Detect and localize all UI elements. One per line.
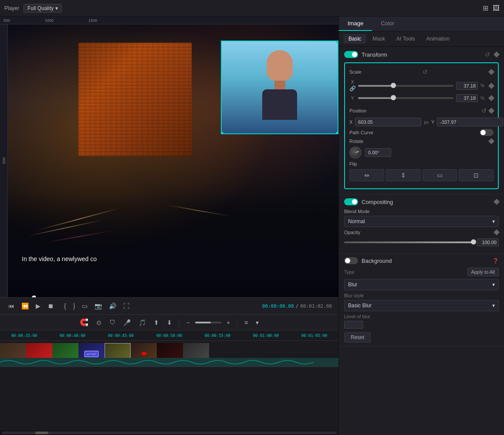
mic-button[interactable]: 🎤 — [121, 317, 133, 328]
scale-x-input[interactable] — [456, 82, 478, 90]
h-scrollbar[interactable] — [0, 431, 338, 435]
compositing-toggle[interactable] — [344, 198, 358, 205]
video-overlay[interactable] — [221, 41, 338, 134]
playback-controls: ⏮ ⏪ ▶ ⏹ { } ▭ 📷 🔊 ⛶ 00:00:00.00 / 00:01:… — [0, 297, 338, 315]
scale-y-input[interactable] — [456, 94, 478, 102]
skip-back-button[interactable]: ⏮ — [7, 302, 16, 310]
resize-handle-bl[interactable] — [221, 132, 223, 134]
flip-horizontal-button[interactable]: ⇔ — [349, 169, 384, 181]
video-ruler: 500 1000 1500 — [0, 17, 338, 24]
video-track-row[interactable]: aPWR ❤ — [0, 341, 338, 367]
opacity-thumb[interactable] — [471, 239, 476, 245]
tab-mask[interactable]: Mask — [367, 34, 390, 44]
magnetic-button[interactable]: 🧲 — [77, 316, 91, 328]
import-button[interactable]: ⬆ — [151, 317, 162, 328]
resize-handle-tr[interactable] — [336, 41, 338, 43]
blur-style-value: Basic Blur — [348, 302, 372, 309]
scrollbar-thumb[interactable] — [35, 432, 48, 434]
rotate-dial[interactable] — [349, 146, 362, 159]
resize-handle-br[interactable] — [336, 132, 338, 134]
scale-x-slider[interactable] — [358, 85, 453, 87]
tab-ai-tools[interactable]: AI Tools — [391, 34, 420, 44]
overlay-person-scene — [222, 41, 338, 133]
scale-reset-btn[interactable]: ↺ — [422, 68, 429, 76]
grid-view-icon[interactable]: ⊞ — [483, 4, 488, 12]
fullscreen-button[interactable]: ⛶ — [122, 302, 131, 310]
position-diamond[interactable] — [488, 108, 494, 114]
position-header: Position ↺ — [349, 106, 494, 115]
stop-button[interactable]: ⏹ — [46, 302, 55, 310]
scale-y-thumb[interactable] — [391, 95, 396, 100]
play-button[interactable]: ▶ — [34, 302, 42, 310]
scale-y-diamond[interactable] — [488, 95, 494, 101]
mark-out-button[interactable]: } — [71, 302, 77, 310]
transform-toggle[interactable] — [344, 51, 358, 58]
transform-reset-icon[interactable]: ↺ — [484, 50, 491, 59]
flip-crop-button[interactable]: ⊡ — [459, 169, 494, 181]
image-icon[interactable]: 🖼 — [493, 4, 500, 12]
audio-button[interactable]: 🔊 — [107, 302, 118, 310]
rotate-input[interactable] — [365, 148, 391, 157]
compositing-title: Compositing — [362, 199, 491, 205]
scale-y-slider[interactable] — [358, 97, 453, 99]
razor-button[interactable]: ⊙ — [94, 317, 104, 328]
blend-mode-select[interactable]: Normal ▾ — [344, 216, 499, 227]
scale-header: Scale ↺ — [349, 68, 494, 76]
tab-image[interactable]: Image — [339, 17, 372, 31]
frame-back-button[interactable]: ⏪ — [20, 302, 30, 310]
ruler-v-500: 500 — [2, 157, 6, 164]
scale-x-diamond[interactable] — [488, 82, 494, 88]
transform-title: Transform — [362, 51, 480, 58]
opacity-slider[interactable] — [344, 241, 474, 243]
background-blur-select[interactable]: Blur ▾ — [344, 279, 499, 290]
blur-level-input[interactable] — [344, 321, 363, 329]
list-view-button[interactable]: ≡ — [242, 317, 250, 328]
more-button[interactable]: ▾ — [253, 317, 261, 328]
path-curve-toggle[interactable] — [480, 129, 494, 136]
compositing-diamond[interactable] — [494, 199, 500, 205]
rotate-diamond[interactable] — [488, 138, 494, 144]
opacity-diamond[interactable] — [494, 229, 500, 235]
blur-style-chevron: ▾ — [492, 302, 495, 309]
position-x-input[interactable] — [355, 118, 421, 126]
scale-y-unit: % — [480, 96, 487, 101]
lock-icon[interactable]: 🔗 — [349, 85, 356, 92]
camera-button[interactable]: 📷 — [93, 302, 104, 310]
video-preview[interactable]: In the video, a newlywed co — [0, 17, 338, 297]
transform-section: Transform ↺ Scale ↺ X 🔗 — [339, 47, 504, 195]
bg-type-label: Type — [344, 269, 355, 275]
reset-button[interactable]: Reset — [344, 332, 371, 343]
blur-style-label: Blur style — [344, 293, 499, 298]
flip-vertical-button[interactable]: ⇕ — [386, 169, 421, 181]
apply-all-button[interactable]: Apply to All — [467, 268, 499, 276]
notes-button[interactable]: 🎵 — [136, 317, 149, 328]
minus-button[interactable]: − — [184, 317, 193, 328]
quality-select[interactable]: Full Quality ▾ — [24, 4, 62, 13]
progress-thumb[interactable] — [32, 296, 36, 297]
timeline-time-bar: 00:00:35:00 00:00:40:00 00:00:45:00 00:0… — [0, 330, 338, 341]
plus-button[interactable]: + — [224, 317, 233, 328]
transform-diamond[interactable] — [494, 51, 500, 58]
tab-color[interactable]: Color — [372, 17, 403, 31]
clip-button[interactable]: ▭ — [80, 302, 89, 310]
tab-animation[interactable]: Animation — [421, 34, 454, 44]
subtitle-text: In the video, a newlywed co — [22, 255, 97, 262]
scale-section: Scale ↺ X 🔗 % — [344, 62, 499, 189]
volume-slider[interactable] — [195, 322, 221, 323]
background-help-icon[interactable]: ❓ — [493, 258, 499, 264]
position-reset-btn[interactable]: ↺ — [480, 106, 487, 115]
mark-in-button[interactable]: { — [62, 302, 68, 310]
scale-x-thumb[interactable] — [391, 83, 396, 88]
blur-style-select[interactable]: Basic Blur ▾ — [344, 300, 499, 311]
flip-rect-button[interactable]: ▭ — [423, 169, 457, 181]
opacity-input[interactable] — [477, 238, 499, 246]
position-y-input[interactable] — [437, 118, 503, 126]
opacity-fill — [344, 241, 474, 243]
background-toggle[interactable] — [344, 257, 358, 264]
background-header: Background ❓ — [344, 257, 499, 264]
shield-button[interactable]: ⛉ — [107, 317, 118, 328]
export-button[interactable]: ⬇ — [164, 317, 175, 328]
scale-diamond[interactable] — [488, 69, 494, 75]
tab-basic[interactable]: Basic — [343, 34, 366, 44]
y-axis-label: Y — [351, 96, 354, 101]
